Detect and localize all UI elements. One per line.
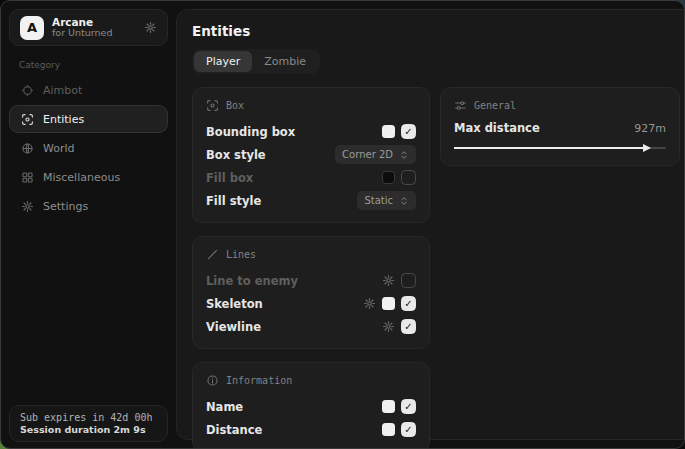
gear-icon[interactable] (144, 21, 157, 34)
setting-label: Fill box (206, 171, 253, 185)
sidebar-item-aimbot[interactable]: Aimbot (9, 76, 168, 104)
sidebar-item-label: Entities (43, 113, 84, 126)
row-controls: ✓ (363, 296, 416, 311)
section-title: Information (226, 375, 292, 386)
check-icon: ✓ (404, 402, 412, 412)
gear-icon[interactable] (363, 297, 376, 310)
color-swatch[interactable] (382, 423, 395, 436)
selected-value: Corner 2D (342, 149, 393, 160)
sidebar-item-label: Miscellaneous (43, 171, 120, 184)
check-icon: ✓ (404, 322, 412, 332)
max-distance-slider[interactable] (454, 142, 666, 154)
row-controls: Corner 2D (335, 145, 416, 164)
checkbox[interactable]: ✓ (401, 296, 416, 311)
row-controls (382, 170, 416, 185)
information-section-header: Information (206, 374, 416, 387)
setting-row-bounding-box: Bounding box ✓ (206, 121, 416, 142)
session-duration-text: Session duration 2m 9s (20, 424, 157, 435)
tab-zombie[interactable]: Zombie (252, 51, 318, 72)
app-logo: A (20, 16, 44, 40)
sidebar-item-miscellaneous[interactable]: Miscellaneous (9, 163, 168, 191)
setting-label: Skeleton (206, 297, 263, 311)
sidebar-item-label: Aimbot (43, 84, 82, 97)
brand-text: Arcane for Unturned (52, 16, 136, 39)
row-controls: ✓ (382, 319, 416, 334)
box-icon (206, 99, 219, 112)
setting-label: Box style (206, 148, 266, 162)
app-subtitle: for Unturned (52, 28, 136, 39)
chevrons-up-down-icon (399, 196, 409, 206)
row-controls: ✓ (382, 399, 416, 414)
sub-expiry-text: Sub expires in 42d 00h (20, 412, 157, 423)
checkbox[interactable] (401, 170, 416, 185)
setting-row-name: Name ✓ (206, 396, 416, 417)
checkbox[interactable]: ✓ (401, 319, 416, 334)
right-column: General Max distance 927m (440, 87, 680, 166)
lines-section-header: Lines (206, 248, 416, 261)
globe-icon (21, 142, 34, 155)
tab-player[interactable]: Player (194, 51, 252, 72)
setting-label: Distance (206, 423, 262, 437)
row-controls: ✓ (382, 422, 416, 437)
setting-row-distance: Distance ✓ (206, 419, 416, 440)
lines-section: Lines Line to enemy Skeleton (192, 236, 430, 349)
setting-row-fill-box: Fill box (206, 167, 416, 188)
sidebar-item-label: Settings (43, 200, 88, 213)
color-swatch[interactable] (382, 125, 395, 138)
info-icon (206, 374, 219, 387)
setting-row-fill-style: Fill style Static (206, 190, 416, 211)
color-swatch[interactable] (382, 400, 395, 413)
color-swatch[interactable] (382, 171, 395, 184)
setting-row-skeleton: Skeleton ✓ (206, 293, 416, 314)
main-panel: Entities Player Zombie Box Bounding box (176, 9, 685, 440)
fill-style-select[interactable]: Static (357, 191, 416, 210)
setting-row-box-style: Box style Corner 2D (206, 144, 416, 165)
setting-label: Max distance (454, 121, 540, 135)
section-title: General (474, 100, 516, 111)
sidebar-item-world[interactable]: World (9, 134, 168, 162)
chevrons-up-down-icon (399, 150, 409, 160)
gear-icon[interactable] (382, 320, 395, 333)
sidebar-item-settings[interactable]: Settings (9, 192, 168, 220)
setting-label: Bounding box (206, 125, 295, 139)
box-style-select[interactable]: Corner 2D (335, 145, 416, 164)
sidebar-item-entities[interactable]: Entities (9, 105, 168, 133)
category-label: Category (19, 60, 168, 70)
checkbox[interactable] (401, 273, 416, 288)
setting-row-line-to-enemy: Line to enemy (206, 270, 416, 291)
general-section-header: General (454, 99, 666, 112)
gear-icon (21, 200, 34, 213)
section-title: Box (226, 100, 244, 111)
box-section: Box Bounding box ✓ Box style (192, 87, 430, 223)
sliders-icon (454, 99, 467, 112)
sidebar: A Arcane for Unturned Category Aimbot En… (1, 1, 176, 448)
checkbox[interactable]: ✓ (401, 399, 416, 414)
setting-label: Name (206, 400, 243, 414)
subscription-status-card: Sub expires in 42d 00h Session duration … (9, 405, 168, 442)
entity-tabs: Player Zombie (192, 49, 320, 74)
checkbox[interactable]: ✓ (401, 422, 416, 437)
setting-label: Fill style (206, 194, 261, 208)
setting-row-viewline: Viewline ✓ (206, 316, 416, 337)
check-icon: ✓ (404, 127, 412, 137)
grid-icon (21, 171, 34, 184)
checkbox[interactable]: ✓ (401, 124, 416, 139)
left-column: Box Bounding box ✓ Box style (192, 87, 430, 449)
selected-value: Static (364, 195, 393, 206)
row-controls: ✓ (382, 124, 416, 139)
box-section-header: Box (206, 99, 416, 112)
color-swatch[interactable] (382, 297, 395, 310)
gear-icon[interactable] (382, 274, 395, 287)
information-section: Information Name ✓ Distance (192, 362, 430, 449)
sidebar-item-label: World (43, 142, 75, 155)
check-icon: ✓ (404, 425, 412, 435)
sidebar-nav: Aimbot Entities World Miscellaneous (9, 76, 168, 220)
content-columns: Box Bounding box ✓ Box style (192, 87, 680, 449)
row-controls (382, 273, 416, 288)
crosshair-icon (21, 84, 34, 97)
slider-fill[interactable] (454, 147, 649, 149)
check-icon: ✓ (404, 299, 412, 309)
setting-row-max-distance: Max distance 927m (454, 121, 666, 135)
row-controls: Static (357, 191, 416, 210)
section-title: Lines (226, 249, 256, 260)
